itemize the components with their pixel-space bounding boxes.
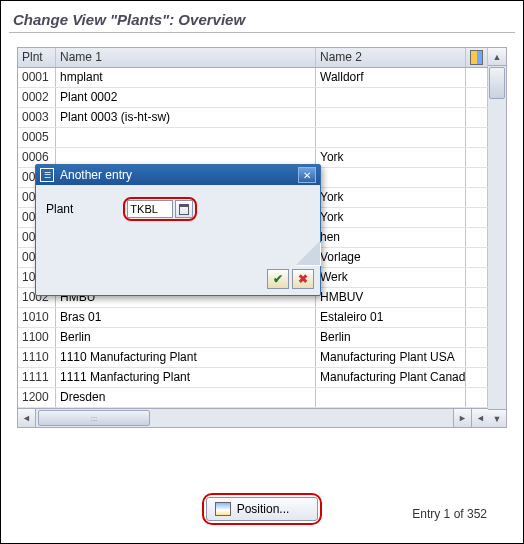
table-row[interactable]: 1010Bras 01Estaleiro 01 xyxy=(18,308,507,328)
cell-pad xyxy=(466,128,488,147)
cell-name2: York xyxy=(316,208,466,227)
table-row[interactable]: 1200Dresden xyxy=(18,388,507,408)
check-icon: ✔ xyxy=(273,272,283,286)
cell-name2: hen xyxy=(316,228,466,247)
table-row[interactable]: 0002Plant 0002 xyxy=(18,88,507,108)
cell-plnt: 1200 xyxy=(18,388,56,407)
cell-pad xyxy=(466,88,488,107)
cell-pad xyxy=(466,208,488,227)
configure-columns-button[interactable] xyxy=(466,48,488,67)
table-row[interactable]: 11111111 Manfacturing PlantManufacturing… xyxy=(18,368,507,388)
table-row[interactable]: 0005 xyxy=(18,128,507,148)
table-row[interactable]: 0003Plant 0003 (is-ht-sw) xyxy=(18,108,507,128)
cancel-icon: ✖ xyxy=(298,272,308,286)
cell-name2: HMBUV xyxy=(316,288,466,307)
hscroll-left-button[interactable]: ◄ xyxy=(18,409,36,427)
hscroll-track[interactable]: ::: xyxy=(36,409,453,427)
cell-name1: 1111 Manfacturing Plant xyxy=(56,368,316,387)
cell-name2: York xyxy=(316,188,466,207)
cell-pad xyxy=(466,308,488,327)
position-button-highlight: Position... xyxy=(202,493,323,525)
vscroll-track[interactable] xyxy=(488,66,506,409)
cell-name1: Dresden xyxy=(56,388,316,407)
plant-input-highlight xyxy=(123,197,197,221)
cell-pad xyxy=(466,68,488,87)
cell-pad xyxy=(466,388,488,407)
cell-name2: Manufacturing Plant Canada xyxy=(316,368,466,387)
dialog-titlebar[interactable]: ☰ Another entry ✕ xyxy=(36,165,320,185)
cell-name2 xyxy=(316,168,466,187)
cell-pad xyxy=(466,108,488,127)
cell-pad xyxy=(466,228,488,247)
cell-name2 xyxy=(316,88,466,107)
vscroll-up-button[interactable]: ▲ xyxy=(488,48,506,66)
vscroll-thumb[interactable] xyxy=(489,67,505,99)
cell-name2 xyxy=(316,108,466,127)
position-button-label: Position... xyxy=(237,502,290,516)
dialog-system-icon: ☰ xyxy=(40,168,54,182)
cell-name2: Estaleiro 01 xyxy=(316,308,466,327)
cell-pad xyxy=(466,328,488,347)
cell-name1: Plant 0003 (is-ht-sw) xyxy=(56,108,316,127)
table-row[interactable]: 1100BerlinBerlin xyxy=(18,328,507,348)
hscroll-right-button[interactable]: ► xyxy=(453,409,471,427)
cell-name2 xyxy=(316,388,466,407)
dialog-close-button[interactable]: ✕ xyxy=(298,167,316,183)
cell-name2: Walldorf xyxy=(316,68,466,87)
vertical-scrollbar[interactable]: ▲ ▼ xyxy=(488,47,507,428)
cell-plnt: 0005 xyxy=(18,128,56,147)
cell-name2 xyxy=(316,128,466,147)
cell-pad xyxy=(466,248,488,267)
cell-name2: Werk xyxy=(316,268,466,287)
cell-plnt: 0003 xyxy=(18,108,56,127)
cell-pad xyxy=(466,368,488,387)
cell-plnt: 1111 xyxy=(18,368,56,387)
title-divider xyxy=(9,32,515,33)
page-title: Change View "Plants": Overview xyxy=(1,1,523,32)
cell-pad xyxy=(466,148,488,167)
cell-pad xyxy=(466,168,488,187)
cell-pad xyxy=(466,288,488,307)
cell-name1 xyxy=(56,128,316,147)
table-row[interactable]: 0001hmplantWalldorf xyxy=(18,68,507,88)
col-header-name2[interactable]: Name 2 xyxy=(316,48,466,67)
another-entry-dialog: ☰ Another entry ✕ Plant ✔ ✖ xyxy=(35,164,321,296)
cell-name1: Plant 0002 xyxy=(56,88,316,107)
table-row[interactable]: 11101110 Manufacturing PlantManufacturin… xyxy=(18,348,507,368)
cell-name2: Manufacturing Plant USA xyxy=(316,348,466,367)
cell-name1: Berlin xyxy=(56,328,316,347)
plant-input[interactable] xyxy=(127,200,173,218)
cell-plnt: 1110 xyxy=(18,348,56,367)
cell-name2: York xyxy=(316,148,466,167)
dialog-title: Another entry xyxy=(60,168,132,182)
col-header-plnt[interactable]: Plnt xyxy=(18,48,56,67)
search-help-icon xyxy=(179,204,189,215)
cell-pad xyxy=(466,348,488,367)
cell-pad xyxy=(466,268,488,287)
cell-plnt: 0002 xyxy=(18,88,56,107)
position-button[interactable]: Position... xyxy=(206,497,319,521)
cell-name1: hmplant xyxy=(56,68,316,87)
table-header-row: Plnt Name 1 Name 2 xyxy=(18,48,507,68)
dialog-ok-button[interactable]: ✔ xyxy=(267,269,289,289)
table-settings-icon xyxy=(470,50,483,65)
cell-name2: Berlin xyxy=(316,328,466,347)
vscroll-down-button[interactable]: ▼ xyxy=(488,409,506,427)
cell-plnt: 0001 xyxy=(18,68,56,87)
cell-name1: Bras 01 xyxy=(56,308,316,327)
plant-search-help-button[interactable] xyxy=(175,200,193,218)
hscroll2-left-button[interactable]: ◄ xyxy=(471,409,489,427)
entry-counter: Entry 1 of 352 xyxy=(412,507,487,521)
horizontal-scrollbar[interactable]: ◄ ::: ► ◄ ► xyxy=(17,409,507,428)
cell-pad xyxy=(466,188,488,207)
cell-plnt: 1100 xyxy=(18,328,56,347)
cell-name2: Vorlage xyxy=(316,248,466,267)
plant-field-label: Plant xyxy=(46,202,73,216)
col-header-name1[interactable]: Name 1 xyxy=(56,48,316,67)
position-icon xyxy=(215,502,231,516)
hscroll-thumb[interactable]: ::: xyxy=(38,410,150,426)
cell-plnt: 1010 xyxy=(18,308,56,327)
cell-name1: 1110 Manufacturing Plant xyxy=(56,348,316,367)
dialog-cancel-button[interactable]: ✖ xyxy=(292,269,314,289)
